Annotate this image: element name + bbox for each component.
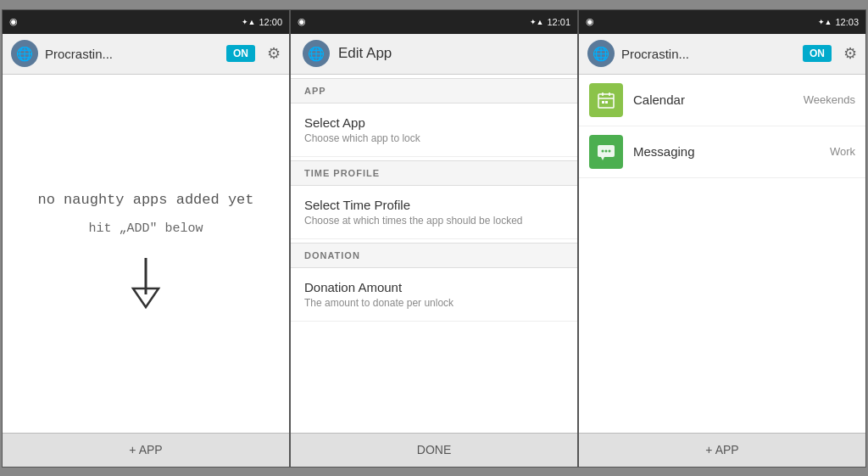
svg-point-11 [609, 149, 611, 152]
select-time-item[interactable]: Select Time Profile Choose at which time… [291, 186, 577, 239]
calendar-schedule: Weekends [804, 93, 855, 106]
status-bar-1: ◉ ✦▲ 12:00 [3, 10, 289, 34]
arrow-down-icon [125, 256, 167, 316]
section-header-donation: DONATION [291, 243, 577, 268]
list-item[interactable]: Calendar Weekends [579, 75, 865, 126]
main-content-1: no naughty apps added yet hit „ADD" belo… [3, 75, 289, 433]
svg-rect-7 [605, 101, 608, 104]
select-app-subtitle: Choose which app to lock [304, 132, 564, 144]
bottom-bar-2[interactable]: DONE [291, 433, 577, 467]
messaging-app-icon [589, 135, 623, 169]
add-app-label-1: + APP [129, 443, 162, 456]
status-left-2: ◉ [298, 16, 306, 27]
app-title-3: Procrastin... [621, 47, 796, 61]
svg-point-10 [605, 149, 608, 152]
status-right-2: ✦▲ 12:01 [530, 17, 570, 27]
toggle-switch-3[interactable]: ON [803, 45, 832, 62]
bottom-bar-3[interactable]: + APP [579, 433, 865, 467]
status-bar-2: ◉ ✦▲ 12:01 [291, 10, 577, 34]
circle-icon-3: ◉ [586, 16, 594, 27]
donation-amount-title: Donation Amount [304, 280, 564, 294]
screen2: ◉ ✦▲ 12:01 🌐 Edit App APP Select App Cho… [290, 9, 578, 468]
app-title-1: Procrastin... [45, 47, 220, 61]
status-right-1: ✦▲ 12:00 [242, 17, 282, 27]
signal-icon-3: ✦▲ [818, 18, 832, 26]
add-app-label-3: + APP [705, 443, 738, 456]
time-3: 12:03 [835, 17, 859, 27]
donation-amount-subtitle: The amount to donate per unlock [304, 297, 564, 309]
bottom-bar-1[interactable]: + APP [3, 433, 289, 467]
status-right-3: ✦▲ 12:03 [818, 17, 859, 27]
toggle-switch-1[interactable]: ON [226, 45, 255, 62]
calendar-app-icon [589, 83, 623, 117]
gear-icon-3[interactable]: ⚙ [843, 44, 857, 63]
signal-icon-2: ✦▲ [530, 18, 544, 26]
status-left-1: ◉ [9, 16, 18, 27]
edit-content: APP Select App Choose which app to lock … [291, 75, 577, 433]
app-globe-3: 🌐 [587, 40, 615, 67]
calendar-app-name: Calendar [633, 92, 793, 107]
circle-icon-1: ◉ [9, 16, 18, 27]
circle-icon-2: ◉ [298, 16, 306, 27]
time-1: 12:00 [259, 17, 282, 27]
screen1: ◉ ✦▲ 12:00 🌐 Procrastin... ON ⚙ no naugh… [2, 9, 290, 468]
gear-icon-1[interactable]: ⚙ [267, 44, 281, 63]
messaging-schedule: Work [830, 145, 855, 158]
screen3: ◉ ✦▲ 12:03 🌐 Procrastin... ON ⚙ [578, 9, 866, 468]
edit-app-title: Edit App [338, 45, 392, 62]
app-globe-1: 🌐 [11, 40, 38, 67]
svg-point-9 [602, 149, 604, 152]
svg-marker-12 [601, 157, 604, 160]
done-label: DONE [417, 443, 451, 456]
select-time-title: Select Time Profile [304, 198, 564, 212]
title-bar-3: 🌐 Procrastin... ON ⚙ [579, 34, 865, 75]
app-list-content: Calendar Weekends Messaging Work [579, 75, 865, 433]
edit-title-bar: 🌐 Edit App [291, 34, 577, 75]
time-2: 12:01 [547, 17, 570, 27]
section-header-time: TIME PROFILE [291, 160, 577, 186]
status-bar-3: ◉ ✦▲ 12:03 [579, 10, 865, 34]
select-app-title: Select App [304, 115, 564, 130]
select-app-item[interactable]: Select App Choose which app to lock [291, 104, 577, 157]
select-time-subtitle: Choose at which times the app should be … [304, 215, 564, 227]
status-left-3: ◉ [586, 16, 594, 27]
section-header-app: APP [291, 78, 577, 104]
edit-app-globe: 🌐 [303, 40, 330, 67]
signal-icon-1: ✦▲ [242, 18, 256, 26]
sub-message: hit „ADD" below [88, 221, 203, 236]
title-bar-1: 🌐 Procrastin... ON ⚙ [3, 34, 289, 75]
svg-rect-6 [602, 101, 604, 104]
messaging-app-name: Messaging [633, 144, 820, 159]
list-item[interactable]: Messaging Work [579, 126, 865, 178]
donation-amount-item[interactable]: Donation Amount The amount to donate per… [291, 268, 577, 322]
empty-message: no naughty apps added yet [37, 192, 253, 208]
